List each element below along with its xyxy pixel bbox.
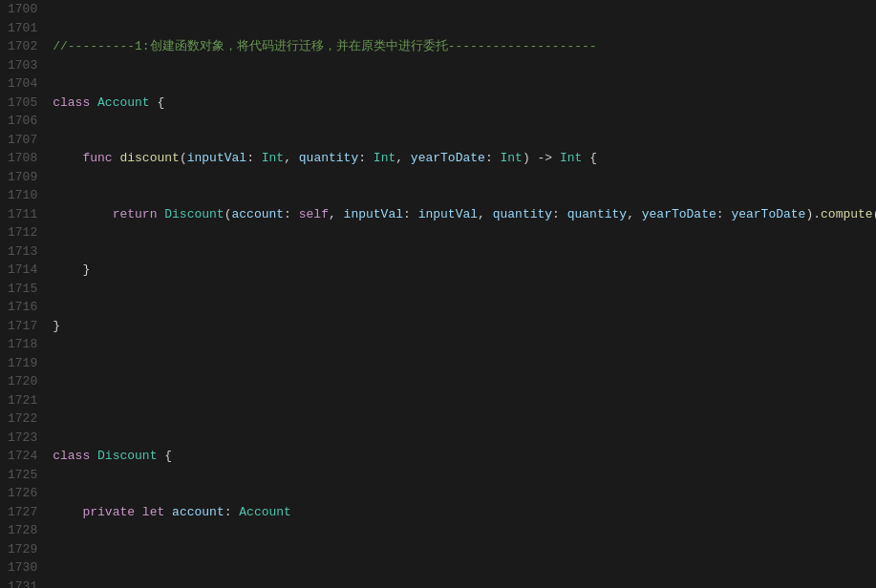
line-number: 1716 [8,298,37,317]
line-number: 1719 [8,354,37,373]
line-number: 1731 [8,578,37,589]
line-number: 1702 [8,37,37,56]
line-number: 1728 [8,521,37,540]
line-number: 1730 [8,558,37,578]
line-number: 1705 [8,94,37,113]
line-number: 1721 [8,391,37,410]
line-number: 1707 [8,131,37,150]
code-line-1705: } [53,317,876,336]
line-number: 1729 [8,540,37,559]
line-number: 1727 [8,503,37,522]
line-number: 1724 [8,447,37,466]
line-number: 1712 [8,223,37,242]
code-line-1704: } [53,261,876,280]
code-line-1709: private let account: Account [53,503,876,522]
line-number: 1709 [8,168,37,187]
line-number: 1713 [8,242,37,262]
line-number: 1715 [8,280,37,299]
line-number: 1706 [8,112,37,131]
code-line-1700: //---------1:创建函数对象，将代码进行迁移，并在原类中进行委托---… [53,37,876,56]
line-number: 1725 [8,466,37,485]
code-line-1702: func discount(inputVal: Int, quantity: I… [53,149,876,168]
code-editor: 1700 1701 1702 1703 1704 1705 1706 1707 … [0,0,876,588]
line-number: 1720 [8,372,37,391]
line-number: 1710 [8,186,37,205]
code-content: //---------1:创建函数对象，将代码进行迁移，并在原类中进行委托---… [49,0,876,588]
line-number: 1717 [8,317,37,336]
line-number: 1708 [8,149,37,168]
code-line-1701: class Account { [53,94,876,113]
line-numbers: 1700 1701 1702 1703 1704 1705 1706 1707 … [0,0,49,588]
line-number: 1704 [8,74,37,94]
line-number: 1714 [8,261,37,280]
code-line-1708: class Discount { [53,447,876,466]
line-number: 1722 [8,410,37,429]
line-number: 1718 [8,335,37,354]
line-number: 1700 [8,0,37,19]
line-number: 1711 [8,205,37,224]
line-number: 1701 [8,19,37,38]
line-number: 1726 [8,484,37,503]
code-line-1703: return Discount(account: self, inputVal:… [53,205,876,224]
line-number: 1703 [8,56,37,75]
line-number: 1723 [8,429,37,448]
